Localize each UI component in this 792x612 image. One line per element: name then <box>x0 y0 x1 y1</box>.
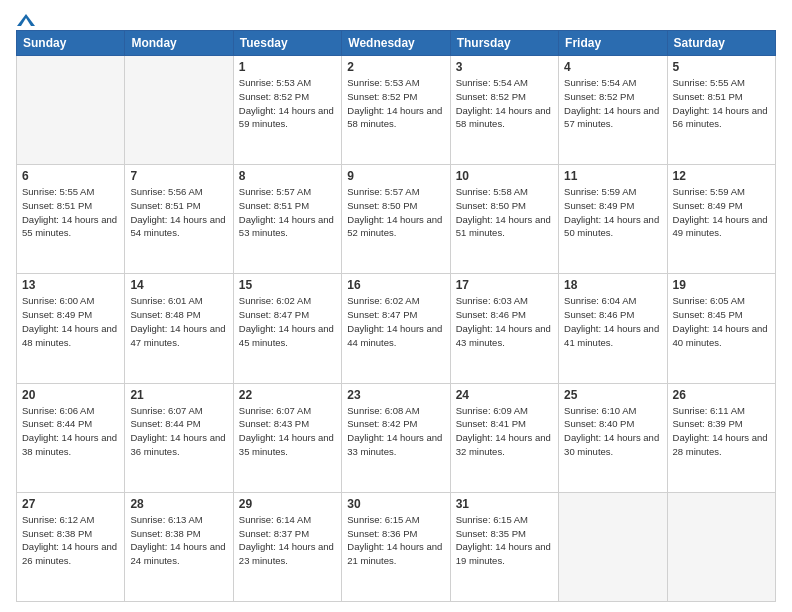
day-number: 8 <box>239 169 336 183</box>
header <box>16 12 776 24</box>
calendar-cell: 8Sunrise: 5:57 AM Sunset: 8:51 PM Daylig… <box>233 165 341 274</box>
day-info: Sunrise: 6:10 AM Sunset: 8:40 PM Dayligh… <box>564 404 661 459</box>
calendar-cell: 22Sunrise: 6:07 AM Sunset: 8:43 PM Dayli… <box>233 383 341 492</box>
day-number: 13 <box>22 278 119 292</box>
day-info: Sunrise: 6:04 AM Sunset: 8:46 PM Dayligh… <box>564 294 661 349</box>
day-info: Sunrise: 5:59 AM Sunset: 8:49 PM Dayligh… <box>564 185 661 240</box>
calendar-cell: 15Sunrise: 6:02 AM Sunset: 8:47 PM Dayli… <box>233 274 341 383</box>
day-number: 26 <box>673 388 770 402</box>
day-info: Sunrise: 5:54 AM Sunset: 8:52 PM Dayligh… <box>456 76 553 131</box>
day-info: Sunrise: 6:01 AM Sunset: 8:48 PM Dayligh… <box>130 294 227 349</box>
day-number: 20 <box>22 388 119 402</box>
calendar-table: Sunday Monday Tuesday Wednesday Thursday… <box>16 30 776 602</box>
day-number: 16 <box>347 278 444 292</box>
calendar-week-3: 20Sunrise: 6:06 AM Sunset: 8:44 PM Dayli… <box>17 383 776 492</box>
calendar-cell: 14Sunrise: 6:01 AM Sunset: 8:48 PM Dayli… <box>125 274 233 383</box>
day-number: 1 <box>239 60 336 74</box>
calendar-cell: 27Sunrise: 6:12 AM Sunset: 8:38 PM Dayli… <box>17 492 125 601</box>
header-saturday: Saturday <box>667 31 775 56</box>
day-number: 14 <box>130 278 227 292</box>
day-number: 11 <box>564 169 661 183</box>
day-info: Sunrise: 6:05 AM Sunset: 8:45 PM Dayligh… <box>673 294 770 349</box>
calendar-cell: 11Sunrise: 5:59 AM Sunset: 8:49 PM Dayli… <box>559 165 667 274</box>
day-number: 10 <box>456 169 553 183</box>
day-info: Sunrise: 5:53 AM Sunset: 8:52 PM Dayligh… <box>239 76 336 131</box>
calendar-cell: 12Sunrise: 5:59 AM Sunset: 8:49 PM Dayli… <box>667 165 775 274</box>
header-wednesday: Wednesday <box>342 31 450 56</box>
calendar-cell: 10Sunrise: 5:58 AM Sunset: 8:50 PM Dayli… <box>450 165 558 274</box>
day-info: Sunrise: 5:57 AM Sunset: 8:51 PM Dayligh… <box>239 185 336 240</box>
day-number: 27 <box>22 497 119 511</box>
day-info: Sunrise: 5:55 AM Sunset: 8:51 PM Dayligh… <box>22 185 119 240</box>
day-info: Sunrise: 6:00 AM Sunset: 8:49 PM Dayligh… <box>22 294 119 349</box>
day-number: 22 <box>239 388 336 402</box>
calendar-cell: 19Sunrise: 6:05 AM Sunset: 8:45 PM Dayli… <box>667 274 775 383</box>
day-info: Sunrise: 6:14 AM Sunset: 8:37 PM Dayligh… <box>239 513 336 568</box>
calendar-cell: 1Sunrise: 5:53 AM Sunset: 8:52 PM Daylig… <box>233 56 341 165</box>
calendar-cell: 18Sunrise: 6:04 AM Sunset: 8:46 PM Dayli… <box>559 274 667 383</box>
day-info: Sunrise: 6:07 AM Sunset: 8:43 PM Dayligh… <box>239 404 336 459</box>
logo-icon <box>17 12 35 28</box>
day-info: Sunrise: 6:03 AM Sunset: 8:46 PM Dayligh… <box>456 294 553 349</box>
calendar-cell: 24Sunrise: 6:09 AM Sunset: 8:41 PM Dayli… <box>450 383 558 492</box>
day-info: Sunrise: 6:08 AM Sunset: 8:42 PM Dayligh… <box>347 404 444 459</box>
calendar-cell: 30Sunrise: 6:15 AM Sunset: 8:36 PM Dayli… <box>342 492 450 601</box>
day-info: Sunrise: 5:59 AM Sunset: 8:49 PM Dayligh… <box>673 185 770 240</box>
day-number: 24 <box>456 388 553 402</box>
calendar-cell: 9Sunrise: 5:57 AM Sunset: 8:50 PM Daylig… <box>342 165 450 274</box>
header-tuesday: Tuesday <box>233 31 341 56</box>
header-thursday: Thursday <box>450 31 558 56</box>
header-sunday: Sunday <box>17 31 125 56</box>
day-number: 2 <box>347 60 444 74</box>
day-number: 3 <box>456 60 553 74</box>
calendar-cell: 20Sunrise: 6:06 AM Sunset: 8:44 PM Dayli… <box>17 383 125 492</box>
day-number: 15 <box>239 278 336 292</box>
calendar-cell <box>17 56 125 165</box>
calendar-cell <box>667 492 775 601</box>
calendar-cell: 3Sunrise: 5:54 AM Sunset: 8:52 PM Daylig… <box>450 56 558 165</box>
calendar-cell: 28Sunrise: 6:13 AM Sunset: 8:38 PM Dayli… <box>125 492 233 601</box>
calendar-week-0: 1Sunrise: 5:53 AM Sunset: 8:52 PM Daylig… <box>17 56 776 165</box>
day-info: Sunrise: 6:06 AM Sunset: 8:44 PM Dayligh… <box>22 404 119 459</box>
calendar-cell: 13Sunrise: 6:00 AM Sunset: 8:49 PM Dayli… <box>17 274 125 383</box>
day-number: 18 <box>564 278 661 292</box>
calendar-week-1: 6Sunrise: 5:55 AM Sunset: 8:51 PM Daylig… <box>17 165 776 274</box>
calendar-cell: 25Sunrise: 6:10 AM Sunset: 8:40 PM Dayli… <box>559 383 667 492</box>
day-number: 12 <box>673 169 770 183</box>
page: Sunday Monday Tuesday Wednesday Thursday… <box>0 0 792 612</box>
day-number: 9 <box>347 169 444 183</box>
day-number: 5 <box>673 60 770 74</box>
calendar-cell: 6Sunrise: 5:55 AM Sunset: 8:51 PM Daylig… <box>17 165 125 274</box>
calendar-cell: 26Sunrise: 6:11 AM Sunset: 8:39 PM Dayli… <box>667 383 775 492</box>
day-info: Sunrise: 5:56 AM Sunset: 8:51 PM Dayligh… <box>130 185 227 240</box>
calendar-cell: 7Sunrise: 5:56 AM Sunset: 8:51 PM Daylig… <box>125 165 233 274</box>
day-info: Sunrise: 6:07 AM Sunset: 8:44 PM Dayligh… <box>130 404 227 459</box>
calendar-cell <box>559 492 667 601</box>
day-number: 17 <box>456 278 553 292</box>
header-friday: Friday <box>559 31 667 56</box>
day-number: 7 <box>130 169 227 183</box>
logo <box>16 12 35 24</box>
calendar-cell <box>125 56 233 165</box>
calendar-week-4: 27Sunrise: 6:12 AM Sunset: 8:38 PM Dayli… <box>17 492 776 601</box>
calendar-cell: 17Sunrise: 6:03 AM Sunset: 8:46 PM Dayli… <box>450 274 558 383</box>
day-number: 25 <box>564 388 661 402</box>
calendar-cell: 16Sunrise: 6:02 AM Sunset: 8:47 PM Dayli… <box>342 274 450 383</box>
day-info: Sunrise: 5:54 AM Sunset: 8:52 PM Dayligh… <box>564 76 661 131</box>
day-number: 4 <box>564 60 661 74</box>
day-info: Sunrise: 6:02 AM Sunset: 8:47 PM Dayligh… <box>347 294 444 349</box>
day-info: Sunrise: 5:53 AM Sunset: 8:52 PM Dayligh… <box>347 76 444 131</box>
calendar-cell: 2Sunrise: 5:53 AM Sunset: 8:52 PM Daylig… <box>342 56 450 165</box>
day-number: 29 <box>239 497 336 511</box>
day-info: Sunrise: 5:55 AM Sunset: 8:51 PM Dayligh… <box>673 76 770 131</box>
calendar-week-2: 13Sunrise: 6:00 AM Sunset: 8:49 PM Dayli… <box>17 274 776 383</box>
calendar-cell: 4Sunrise: 5:54 AM Sunset: 8:52 PM Daylig… <box>559 56 667 165</box>
day-info: Sunrise: 6:13 AM Sunset: 8:38 PM Dayligh… <box>130 513 227 568</box>
calendar-cell: 31Sunrise: 6:15 AM Sunset: 8:35 PM Dayli… <box>450 492 558 601</box>
day-number: 28 <box>130 497 227 511</box>
calendar-cell: 21Sunrise: 6:07 AM Sunset: 8:44 PM Dayli… <box>125 383 233 492</box>
calendar-cell: 23Sunrise: 6:08 AM Sunset: 8:42 PM Dayli… <box>342 383 450 492</box>
day-info: Sunrise: 5:58 AM Sunset: 8:50 PM Dayligh… <box>456 185 553 240</box>
day-info: Sunrise: 6:02 AM Sunset: 8:47 PM Dayligh… <box>239 294 336 349</box>
day-info: Sunrise: 6:15 AM Sunset: 8:35 PM Dayligh… <box>456 513 553 568</box>
